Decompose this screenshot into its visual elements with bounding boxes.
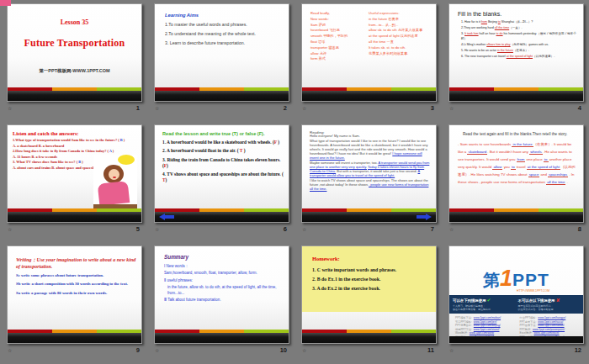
- slide-cell-2: Learning Aims 1.To master the useful wor…: [147, 0, 294, 121]
- slide-number: 7: [431, 225, 434, 233]
- writing-title: Writing：Use your imagination to write ab…: [16, 256, 136, 270]
- slide-cell-4: Fill in the blanks. 1. How far is it fro…: [442, 0, 589, 121]
- reading-paragraph: What type of transportation would I like…: [310, 140, 432, 161]
- animation-star-icon: ☆: [8, 348, 12, 353]
- listening-title: Listen and catch the answers:: [13, 130, 140, 136]
- listening-line: A. a skateboard B. a hoverboard: [13, 144, 140, 150]
- fill-blanks-title: Fill in the blanks.: [458, 11, 580, 17]
- logo-url: HTTP://WWW.1PPT.COM: [449, 289, 583, 293]
- decor-bar: [155, 91, 289, 101]
- license-banner: 可以在下列情况使用 ✔ 个人学习、研究或公益用途； 修改后免费分享传播，需注明出…: [449, 295, 583, 314]
- tf-item: 2. A hoverboard would float in the air. …: [162, 148, 285, 154]
- slide-thumbnail-4[interactable]: Fill in the blanks. 1. How far is it fro…: [448, 3, 584, 102]
- learning-aims-heading: Learning Aims: [165, 13, 289, 18]
- homework-heading: Homework:: [312, 256, 431, 261]
- deck-title: Future Transportation: [8, 37, 141, 50]
- slide-thumbnail-10[interactable]: Summary Ⅰ New words： Sam,hoverboard, smo…: [154, 245, 289, 344]
- check-icon: ✔: [487, 298, 491, 303]
- writing-task: Sa write a passage with 80 words in thei…: [16, 291, 136, 297]
- thought-bubble: [118, 155, 135, 165]
- decor-bar: [449, 91, 583, 101]
- slide-thumbnail-11[interactable]: Homework: 1. C write important words and…: [301, 245, 437, 344]
- animation-star-icon: ☆: [449, 227, 454, 232]
- tf-item: 4. TV shows about space and spaceships a…: [162, 171, 285, 184]
- retell-body: - Sam wants to see hoverboards in the fu…: [458, 140, 578, 186]
- slide-thumbnail-5[interactable]: Listen and catch the answers: 1.What typ…: [7, 124, 142, 223]
- slide-number: 12: [575, 346, 581, 354]
- writing-task: Sb write a short composition with 30 wor…: [16, 282, 136, 288]
- listening-line: 1.What type of transportation would Sam …: [13, 138, 140, 144]
- slide-cell-10: Summary Ⅰ New words： Sam,hoverboard, smo…: [147, 242, 294, 363]
- animation-star-icon: ☆: [155, 106, 159, 111]
- reading-paragraph: I like to watch TV shows about space and…: [310, 179, 432, 192]
- animation-star-icon: ☆: [302, 227, 306, 232]
- writing-task: Sc write some phrases about future trans…: [16, 273, 136, 279]
- slide-number: 2: [284, 104, 287, 112]
- homework-item: 1. C write important words and phrases.: [312, 267, 431, 272]
- exercise-item: 4.Li Ming's mother allows him to play（允许…: [461, 43, 580, 48]
- homework-item: 3. A do Ex.2 in the exercise book.: [312, 286, 431, 291]
- exercise-item: 3. It took him half an hour to do his ho…: [461, 32, 580, 41]
- slide-thumbnail-9[interactable]: Writing：Use your imagination to write ab…: [7, 245, 142, 344]
- decor-bar: [8, 212, 141, 222]
- slide-cell-6: Read the lesson and write true (T) or fa…: [147, 121, 294, 242]
- exercise-item: 5. He wants to be an actor in the future…: [461, 49, 580, 54]
- slide-thumbnail-3[interactable]: Read loudly,New words: Sam 萨姆hoverboard …: [301, 3, 437, 102]
- decor-bar: [155, 212, 289, 222]
- site-credit: 第一PPT模板网-WWW.1PPT.COM: [8, 68, 141, 74]
- summary-line: Ⅲ Talk about future transportation.: [164, 298, 284, 303]
- animation-star-icon: ☆: [302, 348, 306, 353]
- slide-cell-5: Listen and catch the answers: 1.What typ…: [0, 121, 147, 242]
- thinking-woman-illustration: [93, 155, 137, 208]
- slide-cell-9: Writing：Use your imagination to write ab…: [0, 242, 147, 363]
- slide-sorter-grid: Lesson 35 Future Transportation 第一PPT模板网…: [0, 0, 589, 364]
- tf-item: 3. Riding the train from Canada to China…: [162, 157, 285, 170]
- slide-number: 11: [427, 346, 434, 354]
- slide-thumbnail-1[interactable]: Lesson 35 Future Transportation 第一PPT模板网…: [7, 3, 142, 102]
- aim-line: 2.To understand the meaning of the whole…: [165, 31, 289, 36]
- summary-line: Ⅰ New words：: [164, 264, 284, 270]
- decor-bar: [302, 333, 436, 343]
- corner-artifact: [0, 0, 11, 6]
- slide-thumbnail-6[interactable]: Read the lesson and write true (T) or fa…: [154, 124, 289, 223]
- exercise-item: 1. How far is it from Beijing to Shangha…: [461, 20, 580, 25]
- slide-thumbnail-7[interactable]: Reading: Hello everyone! My name is Sam.…: [301, 124, 437, 223]
- decor-bar: [8, 333, 141, 343]
- animation-star-icon: ☆: [302, 106, 306, 111]
- animation-star-icon: ☆: [8, 106, 12, 111]
- slide-number: 5: [136, 225, 140, 233]
- slide-number: 6: [284, 225, 287, 233]
- slide-thumbnail-8[interactable]: Read the text again and fill in the blan…: [448, 124, 584, 223]
- slide-cell-7: Reading: Hello everyone! My name is Sam.…: [294, 121, 442, 242]
- exercise-item: 2.They are working hard all the time（一直）…: [461, 26, 580, 31]
- decor-bar: [8, 91, 141, 101]
- cross-icon: ✘: [556, 298, 560, 303]
- slide-number: 1: [136, 104, 140, 112]
- allowed-title: 可以在下列情况使用: [453, 298, 486, 303]
- tf-item: 1. A hoverboard would be like a skateboa…: [162, 140, 285, 145]
- decor-bar: [302, 91, 436, 101]
- 1ppt-logo: 第1PPT: [449, 246, 583, 288]
- retell-title: Read the text again and fill in the blan…: [458, 132, 578, 136]
- next-arrow-icon: [417, 214, 432, 220]
- slide-cell-3: Read loudly,New words: Sam 萨姆hoverboard …: [294, 0, 442, 121]
- lesson-label: Lesson 35: [8, 18, 141, 26]
- slide-number: 3: [431, 104, 434, 112]
- summary-line: Sam,hoverboard, smooth, float, transport…: [164, 271, 284, 277]
- slide-thumbnail-2[interactable]: Learning Aims 1.To master the useful wor…: [154, 3, 289, 102]
- animation-star-icon: ☆: [449, 348, 454, 353]
- forbidden-title: 不可以在以下情况使用: [518, 298, 555, 303]
- slide-cell-12: 第1PPT HTTP://WWW.1PPT.COM 可以在下列情况使用 ✔ 个人…: [442, 242, 589, 363]
- summary-line: Ⅱ useful phrases:: [164, 278, 284, 284]
- slide-number: 8: [578, 225, 581, 233]
- summary-heading: Summary: [164, 254, 284, 260]
- aim-line: 1.To master the useful words and phrases…: [165, 22, 289, 27]
- slide-thumbnail-12[interactable]: 第1PPT HTTP://WWW.1PPT.COM 可以在下列情况使用 ✔ 个人…: [448, 245, 584, 344]
- reading-paragraph: Maybe someone will invent a transporter,…: [310, 161, 432, 178]
- summary-line: in the future, allow sb. to do sth, at t…: [164, 285, 284, 297]
- homework-item: 2. B do Ex.1 in the exercise book.: [312, 277, 431, 282]
- listening-line: 2.How long does it take to fly from Cana…: [13, 149, 140, 155]
- aim-line: 3. Learn to describe future transportati…: [165, 40, 289, 45]
- animation-star-icon: ☆: [449, 106, 454, 111]
- slide-number: 9: [136, 346, 140, 354]
